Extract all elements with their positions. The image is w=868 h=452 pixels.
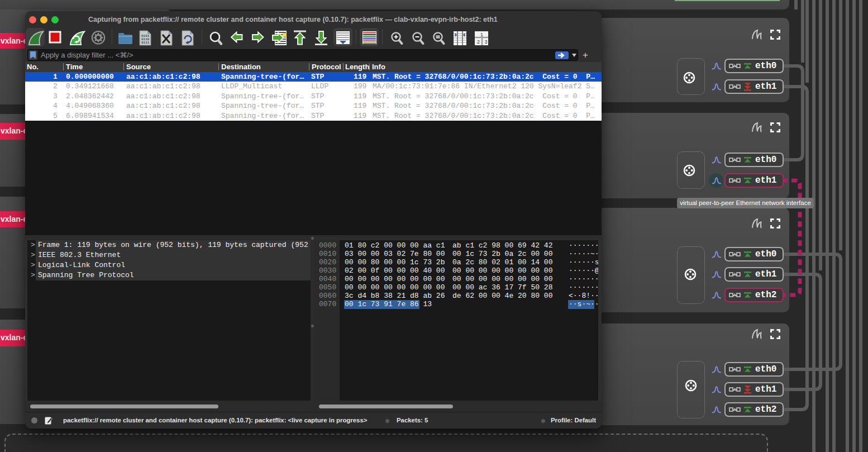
- svg-text:1: 1: [480, 32, 483, 37]
- svg-text:2: 2: [477, 39, 480, 45]
- svg-text:0111: 0111: [141, 41, 150, 45]
- svg-text:3: 3: [485, 39, 488, 45]
